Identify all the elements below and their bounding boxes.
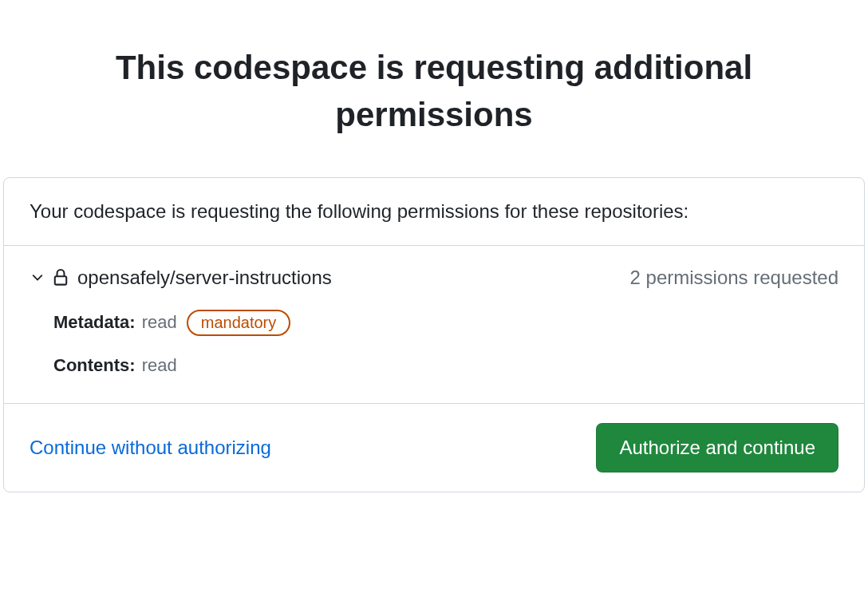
repository-section: opensafely/server-instructions 2 permiss…: [4, 246, 864, 403]
permission-row: Contents: read: [53, 355, 838, 376]
actions-footer: Continue without authorizing Authorize a…: [4, 403, 864, 492]
repository-header[interactable]: opensafely/server-instructions 2 permiss…: [30, 267, 838, 289]
mandatory-badge: mandatory: [187, 310, 291, 336]
permissions-dialog: This codespace is requesting additional …: [0, 0, 868, 492]
permission-label: Contents:: [53, 355, 136, 376]
permission-value: read: [142, 355, 177, 376]
repository-header-left: opensafely/server-instructions: [30, 267, 332, 289]
chevron-down-icon: [30, 270, 45, 286]
continue-without-authorizing-link[interactable]: Continue without authorizing: [30, 437, 271, 459]
card-description: Your codespace is requesting the followi…: [4, 178, 864, 246]
permissions-card: Your codespace is requesting the followi…: [3, 177, 865, 492]
permission-row: Metadata: read mandatory: [53, 310, 838, 336]
permissions-count: 2 permissions requested: [630, 267, 838, 289]
permission-label: Metadata:: [53, 312, 136, 333]
lock-icon: [52, 269, 69, 287]
permissions-list: Metadata: read mandatory Contents: read: [30, 310, 838, 376]
authorize-and-continue-button[interactable]: Authorize and continue: [596, 423, 838, 472]
permission-value: read: [142, 312, 177, 333]
repository-name: opensafely/server-instructions: [77, 267, 332, 289]
page-title: This codespace is requesting additional …: [0, 0, 868, 177]
